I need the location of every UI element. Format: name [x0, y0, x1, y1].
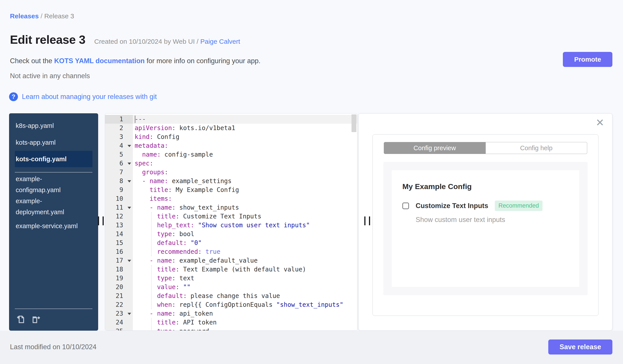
- editor-code-15[interactable]: default: "0": [133, 239, 357, 247]
- code-token: - name:: [150, 310, 176, 317]
- indent-guide: [151, 318, 152, 331]
- editor-code-13[interactable]: help_text: "Show custom user text inputs…: [133, 221, 357, 230]
- editor-code-4[interactable]: metadata:: [133, 141, 357, 150]
- customize-text-inputs-checkbox[interactable]: [402, 202, 409, 209]
- file-tree-item-example-configmap.yaml[interactable]: example-configmap.yaml: [15, 173, 92, 196]
- config-tab-group: Config previewConfig help: [384, 142, 587, 154]
- code-token: kots.io/v1beta1: [176, 124, 235, 132]
- editor-line-22[interactable]: 22 when: repl{{ ConfigOptionEquals "show…: [105, 300, 357, 309]
- fold-toggle-icon[interactable]: [128, 180, 131, 182]
- editor-line-12[interactable]: 12 title: Customize Text Inputs: [105, 212, 357, 221]
- editor-line-19[interactable]: 19 type: text: [105, 274, 357, 283]
- tab-config-preview[interactable]: Config preview: [384, 142, 486, 154]
- editor-code-8[interactable]: - name: example_settings: [133, 177, 357, 185]
- fold-toggle-icon[interactable]: [128, 207, 131, 209]
- close-icon[interactable]: ✕: [596, 118, 604, 128]
- editor-line-11[interactable]: 11 - name: show_text_inputs: [105, 203, 357, 212]
- editor-code-17[interactable]: - name: example_default_value: [133, 256, 357, 265]
- editor-code-10[interactable]: items:: [133, 194, 357, 203]
- kots-yaml-doc-link[interactable]: KOTS YAML documentation: [54, 57, 145, 65]
- editor-code-1[interactable]: ---: [133, 115, 357, 124]
- editor-line-21[interactable]: 21 default: please change this value: [105, 292, 357, 300]
- yaml-code-editor[interactable]: 1---2apiVersion: kots.io/v1beta13kind: C…: [105, 113, 357, 331]
- editor-line-24[interactable]: 24 title: API token: [105, 318, 357, 327]
- new-file-icon[interactable]: [16, 314, 26, 324]
- file-name-label: kots-app.yaml: [16, 137, 56, 148]
- indent-guide: [151, 265, 152, 309]
- config-item-help-text: Show custom user text inputs: [416, 216, 569, 224]
- editor-line-2[interactable]: 2apiVersion: kots.io/v1beta1: [105, 124, 357, 133]
- code-token: - name:: [150, 204, 176, 211]
- code-token: [135, 168, 142, 176]
- git-help-row[interactable]: ? Learn about managing your releases wit…: [9, 92, 157, 101]
- editor-code-21[interactable]: default: please change this value: [133, 292, 357, 300]
- editor-line-16[interactable]: 16 recommended: true: [105, 247, 357, 256]
- editor-code-5[interactable]: name: config-sample: [133, 150, 357, 159]
- editor-line-13[interactable]: 13 help_text: "Show custom user text inp…: [105, 221, 357, 230]
- fold-toggle-icon[interactable]: [128, 162, 131, 165]
- code-token: config-sample: [161, 151, 213, 158]
- save-release-button[interactable]: Save release: [548, 340, 612, 355]
- editor-code-9[interactable]: title: My Example Config: [133, 185, 357, 194]
- editor-line-9[interactable]: 9 title: My Example Config: [105, 185, 357, 194]
- editor-code-6[interactable]: spec:: [133, 159, 357, 168]
- tab-config-help[interactable]: Config help: [486, 142, 587, 154]
- sidebar-resize-handle[interactable]: [98, 217, 104, 225]
- editor-line-6[interactable]: 6spec:: [105, 159, 357, 168]
- editor-gutter-2: 2: [105, 124, 133, 133]
- editor-code-19[interactable]: type: text: [133, 274, 357, 283]
- editor-code-2[interactable]: apiVersion: kots.io/v1beta1: [133, 124, 357, 133]
- editor-scrollbar-thumb[interactable]: [352, 114, 356, 132]
- editor-code-7[interactable]: groups:: [133, 168, 357, 177]
- editor-line-15[interactable]: 15 default: "0": [105, 239, 357, 247]
- file-tree-item-k8s-app.yaml[interactable]: k8s-app.yaml: [15, 117, 92, 134]
- editor-line-3[interactable]: 3kind: Config: [105, 133, 357, 141]
- editor-line-1[interactable]: 1---: [105, 115, 357, 124]
- editor-line-25[interactable]: 25 type: password: [105, 327, 357, 331]
- code-token: default:: [157, 292, 187, 300]
- editor-code-11[interactable]: - name: show_text_inputs: [133, 203, 357, 212]
- editor-line-17[interactable]: 17 - name: example_default_value: [105, 256, 357, 265]
- file-tree-item-example-service.yaml[interactable]: example-service.yaml: [15, 218, 92, 234]
- editor-code-12[interactable]: title: Customize Text Inputs: [133, 212, 357, 221]
- fold-toggle-icon[interactable]: [128, 145, 131, 147]
- editor-code-25[interactable]: type: password: [133, 327, 357, 331]
- code-token: api_token: [176, 310, 213, 317]
- file-name-label: kots-config.yaml: [16, 154, 67, 164]
- editor-code-23[interactable]: - name: api_token: [133, 309, 357, 318]
- breadcrumb-releases-link[interactable]: Releases: [10, 12, 39, 20]
- editor-line-18[interactable]: 18 title: Text Example (with default val…: [105, 265, 357, 274]
- code-token: - name:: [142, 177, 168, 185]
- author-link[interactable]: Paige Calvert: [200, 38, 240, 45]
- code-token: kind:: [135, 133, 153, 141]
- editor-line-8[interactable]: 8 - name: example_settings: [105, 177, 357, 185]
- editor-code-20[interactable]: value: "": [133, 283, 357, 292]
- panel-resize-handle[interactable]: [364, 217, 371, 225]
- promote-button[interactable]: Promote: [563, 52, 612, 67]
- editor-line-10[interactable]: 10 items:: [105, 194, 357, 203]
- file-tree-item-example-deployment.yaml[interactable]: example-deployment.yaml: [15, 196, 92, 218]
- editor-code-24[interactable]: title: API token: [133, 318, 357, 327]
- fold-toggle-icon[interactable]: [128, 313, 131, 315]
- code-token: Config: [153, 133, 179, 141]
- file-tree-item-kots-config.yaml[interactable]: kots-config.yaml: [15, 151, 92, 167]
- editor-code-14[interactable]: type: bool: [133, 230, 357, 239]
- editor-line-5[interactable]: 5 name: config-sample: [105, 150, 357, 159]
- editor-line-4[interactable]: 4metadata:: [105, 141, 357, 150]
- editor-code-16[interactable]: recommended: true: [133, 247, 357, 256]
- editor-line-14[interactable]: 14 type: bool: [105, 230, 357, 239]
- file-tree-item-kots-app.yaml[interactable]: kots-app.yaml: [15, 134, 92, 151]
- editor-line-23[interactable]: 23 - name: api_token: [105, 309, 357, 318]
- editor-code-18[interactable]: title: Text Example (with default value): [133, 265, 357, 274]
- editor-line-7[interactable]: 7 groups:: [105, 168, 357, 177]
- code-token: API token: [179, 319, 217, 326]
- git-releases-link[interactable]: Learn about managing your releases with …: [22, 93, 157, 101]
- fold-toggle-icon[interactable]: [128, 260, 131, 262]
- editor-code-3[interactable]: kind: Config: [133, 133, 357, 141]
- editor-gutter-23: 23: [105, 309, 133, 318]
- new-folder-icon[interactable]: [32, 314, 42, 324]
- editor-code-22[interactable]: when: repl{{ ConfigOptionEquals "show_te…: [133, 300, 357, 309]
- editor-line-20[interactable]: 20 value: "": [105, 283, 357, 292]
- code-token: [135, 292, 157, 300]
- code-token: repl{{ ConfigOptionEquals: [176, 301, 276, 308]
